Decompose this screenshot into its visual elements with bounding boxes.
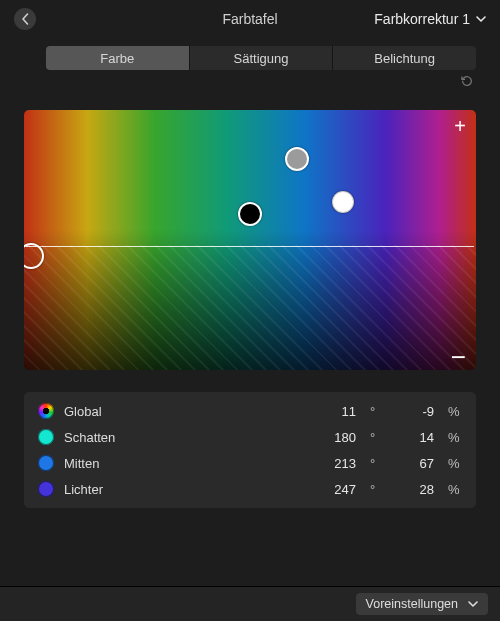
back-button[interactable] [14, 8, 36, 30]
chevron-left-icon [21, 13, 29, 25]
puck-global[interactable] [24, 243, 44, 269]
hue-value[interactable]: 180 [310, 430, 356, 445]
reset-row [0, 70, 500, 94]
hue-value[interactable]: 247 [310, 482, 356, 497]
pct-value[interactable]: 14 [394, 430, 434, 445]
parameter-list: Global 11 ° -9 % Schatten 180 ° 14 % Mit… [24, 392, 476, 508]
chevron-down-icon [476, 14, 486, 24]
tab-exposure[interactable]: Belichtung [333, 46, 476, 70]
board-midline [26, 246, 474, 247]
chevron-down-icon [468, 599, 478, 609]
color-board-container: + − [24, 110, 476, 370]
swatch-mids[interactable] [38, 455, 54, 471]
color-board[interactable]: + − [24, 110, 476, 370]
pct-value[interactable]: 67 [394, 456, 434, 471]
tab-saturation[interactable]: Sättigung [190, 46, 334, 70]
presets-label: Voreinstellungen [366, 597, 458, 611]
percent-unit: % [444, 456, 462, 471]
percent-unit: % [444, 404, 462, 419]
degree-unit: ° [366, 404, 384, 419]
mode-tabs: Farbe Sättigung Belichtung [46, 46, 476, 70]
pct-value[interactable]: 28 [394, 482, 434, 497]
footer-bar: Voreinstellungen [0, 586, 500, 621]
param-row-global: Global 11 ° -9 % [24, 398, 476, 424]
inspector-header: Farbtafel Farbkorrektur 1 [0, 0, 500, 38]
swatch-global[interactable] [38, 403, 54, 419]
hue-value[interactable]: 213 [310, 456, 356, 471]
degree-unit: ° [366, 456, 384, 471]
percent-unit: % [444, 430, 462, 445]
param-row-highs: Lichter 247 ° 28 % [24, 476, 476, 502]
hue-value[interactable]: 11 [310, 404, 356, 419]
correction-selector-label: Farbkorrektur 1 [374, 11, 470, 27]
param-label: Lichter [64, 482, 300, 497]
pct-value[interactable]: -9 [394, 404, 434, 419]
board-hatching [24, 245, 476, 370]
correction-selector[interactable]: Farbkorrektur 1 [374, 11, 486, 27]
degree-unit: ° [366, 482, 384, 497]
param-label: Mitten [64, 456, 300, 471]
param-row-mids: Mitten 213 ° 67 % [24, 450, 476, 476]
swatch-highs[interactable] [38, 481, 54, 497]
param-row-shadows: Schatten 180 ° 14 % [24, 424, 476, 450]
degree-unit: ° [366, 430, 384, 445]
param-label: Schatten [64, 430, 300, 445]
zoom-in-button[interactable]: + [454, 116, 466, 136]
presets-dropdown[interactable]: Voreinstellungen [356, 593, 488, 615]
puck-highlights[interactable] [332, 191, 354, 213]
param-label: Global [64, 404, 300, 419]
percent-unit: % [444, 482, 462, 497]
zoom-out-button[interactable]: − [451, 350, 466, 364]
reset-icon[interactable] [460, 74, 474, 88]
puck-midtones[interactable] [285, 147, 309, 171]
swatch-shadows[interactable] [38, 429, 54, 445]
puck-shadows[interactable] [238, 202, 262, 226]
tab-color[interactable]: Farbe [46, 46, 190, 70]
